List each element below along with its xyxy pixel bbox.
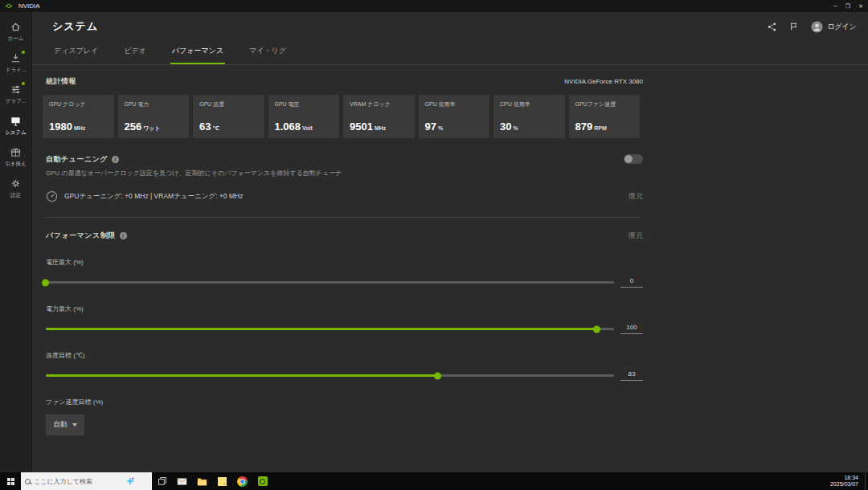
temp-target-value[interactable]: 83	[620, 370, 643, 381]
stat-label: GPU 使用率	[425, 100, 484, 108]
stat-card-cpu-usage: CPU 使用率 30%	[493, 95, 565, 138]
auto-tuning-restore-button[interactable]: 復元	[628, 191, 643, 202]
sidebar-item-drivers[interactable]: ドライ...	[0, 48, 32, 80]
sidebar: ホーム ドライ... グラフ...	[0, 12, 32, 472]
stat-unit: ワット	[143, 125, 161, 131]
windows-logo-icon	[7, 478, 14, 485]
taskbar-clock[interactable]: 18:34 2025/03/07	[824, 475, 865, 488]
share-icon[interactable]	[767, 22, 777, 32]
tab-display[interactable]: ディスプレイ	[52, 41, 100, 64]
notification-dot	[22, 51, 25, 54]
performance-limits-title: パフォーマンス制限	[46, 231, 116, 241]
fan-target-label: ファン速度目標 (%)	[46, 398, 643, 406]
fan-target-dropdown[interactable]: 自動	[46, 414, 84, 435]
close-button[interactable]: ✕	[858, 3, 863, 10]
stat-unit: MHz	[375, 125, 386, 131]
fan-target-value: 自動	[54, 420, 68, 430]
stat-label: GPU クロック	[49, 100, 108, 108]
maximize-button[interactable]: ❐	[845, 3, 850, 10]
stat-unit: MHz	[74, 125, 85, 131]
power-max-label: 電力最大 (%)	[46, 304, 643, 313]
voltage-max-slider[interactable]	[46, 281, 614, 284]
page-title: システム	[52, 19, 98, 34]
search-icon	[25, 479, 31, 484]
stat-label: GPU 電力	[125, 100, 183, 108]
stat-value: 1.068	[275, 120, 301, 133]
sidebar-item-home[interactable]: ホーム	[0, 17, 32, 48]
stat-cards: GPU クロック 1980MHz GPU 電力 256ワット GPU 温度 63…	[43, 95, 640, 138]
feedback-icon[interactable]	[789, 22, 799, 31]
chrome-browser-button[interactable]	[232, 472, 252, 490]
sidebar-item-label: 設定	[10, 192, 21, 199]
info-icon[interactable]	[112, 156, 119, 163]
slider-handle[interactable]	[42, 279, 49, 286]
sidebar-item-graphics[interactable]: グラフ...	[0, 80, 32, 111]
tab-video[interactable]: ビデオ	[122, 41, 148, 64]
stat-label: GPU 温度	[199, 100, 258, 108]
sidebar-item-label: グラフ...	[6, 98, 26, 105]
file-explorer-button[interactable]	[192, 472, 212, 490]
copilot-sparkle-icon[interactable]	[125, 476, 135, 486]
tuning-status-text: GPUチューニング: +0 MHz | VRAMチューニング: +0 MHz	[64, 192, 243, 202]
gpu-name: NVIDIA GeForce RTX 3080	[564, 78, 643, 85]
task-view-button[interactable]	[152, 472, 172, 490]
start-button[interactable]	[0, 472, 21, 490]
tuning-gauge-icon	[46, 190, 58, 202]
stat-card-gpu-temp: GPU 温度 63℃	[193, 95, 264, 138]
performance-content: 統計情報 NVIDIA GeForce RTX 3080 GPU クロック 19…	[32, 65, 641, 435]
stat-value: 256	[125, 120, 142, 133]
chrome-icon	[237, 476, 248, 487]
sidebar-item-label: ドライ...	[6, 67, 26, 74]
stat-value: 63	[199, 120, 211, 133]
slider-handle[interactable]	[434, 372, 441, 379]
stat-unit: %	[513, 125, 518, 131]
desktop-screen: NVIDIA ─ ❐ ✕ ホーム ドライ...	[0, 0, 868, 490]
temp-target-label: 温度目標 (℃)	[46, 351, 643, 360]
stat-unit: Volt	[302, 125, 313, 131]
stat-value: 879	[575, 120, 593, 133]
settings-gear-icon	[10, 178, 22, 190]
stat-label: GPUファン速度	[575, 100, 634, 108]
performance-limits-restore-button[interactable]: 復元	[628, 231, 643, 241]
sidebar-item-redeem[interactable]: 引き換え	[0, 142, 32, 174]
taskbar-search[interactable]	[21, 472, 152, 490]
power-max-group: 電力最大 (%) 100	[46, 304, 643, 334]
stat-card-vram-clock: VRAM クロック 9501MHz	[343, 95, 415, 138]
stat-unit: ℃	[212, 125, 219, 131]
mail-app-button[interactable]	[172, 472, 192, 490]
info-icon[interactable]	[120, 232, 127, 239]
stat-value: 1980	[49, 120, 72, 133]
tab-my-rig[interactable]: マイ・リグ	[248, 41, 288, 64]
page-header: システム	[32, 12, 868, 41]
sidebar-item-settings[interactable]: 設定	[0, 174, 32, 205]
temp-target-group: 温度目標 (℃) 83	[46, 351, 643, 381]
show-desktop-button[interactable]	[865, 472, 868, 490]
sticky-notes-button[interactable]	[212, 472, 232, 490]
auto-tuning-description: GPU の最適なオーバークロック設定を見つけ、定期的にそのパフォーマンスを維持す…	[46, 169, 641, 178]
tab-performance[interactable]: パフォーマンス	[170, 41, 225, 64]
power-max-value[interactable]: 100	[620, 324, 643, 334]
search-input[interactable]	[34, 478, 122, 485]
file-explorer-icon	[197, 477, 207, 486]
login-button[interactable]: ログイン	[811, 21, 857, 33]
stat-card-gpu-clock: GPU クロック 1980MHz	[43, 95, 114, 138]
sidebar-item-system[interactable]: システム	[0, 111, 32, 142]
stat-card-gpu-power: GPU 電力 256ワット	[118, 95, 190, 138]
stat-label: CPU 使用率	[500, 100, 559, 108]
stat-label: VRAM クロック	[350, 100, 408, 108]
slider-handle[interactable]	[593, 325, 600, 333]
system-icon	[10, 115, 22, 127]
temp-target-slider[interactable]	[46, 374, 614, 377]
auto-tuning-toggle[interactable]	[624, 154, 643, 164]
voltage-max-value[interactable]: 0	[620, 277, 643, 288]
app-identity: NVIDIA	[5, 2, 40, 10]
section-divider	[46, 217, 640, 218]
nvidia-app-button[interactable]	[252, 472, 272, 490]
clock-date: 2025/03/07	[830, 481, 858, 488]
stat-value: 9501	[350, 120, 373, 133]
stat-value: 97	[425, 120, 436, 133]
auto-tuning-title: 自動チューニング	[46, 154, 108, 165]
minimize-button[interactable]: ─	[833, 3, 837, 10]
drivers-icon	[10, 52, 22, 64]
power-max-slider[interactable]	[46, 328, 614, 330]
